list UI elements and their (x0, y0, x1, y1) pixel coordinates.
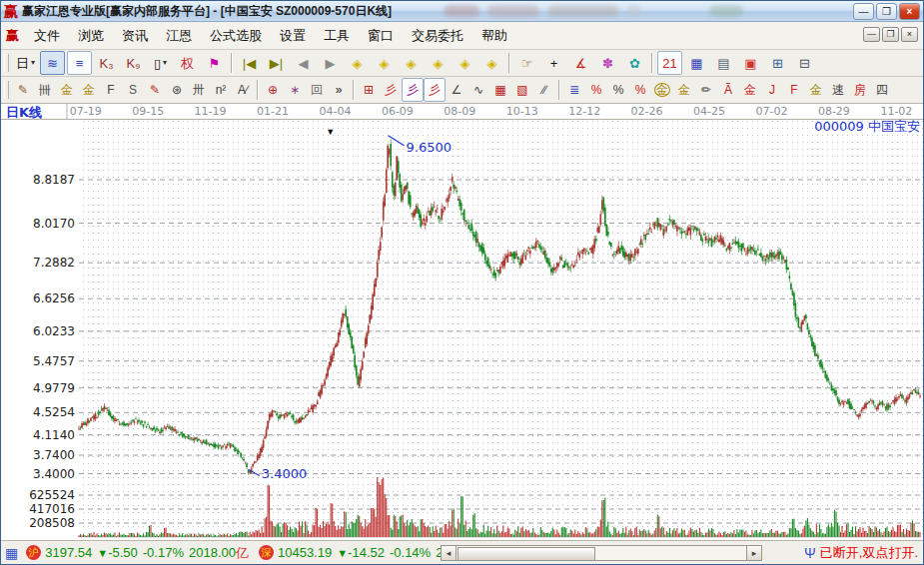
percent-lines-button[interactable]: % (629, 78, 651, 102)
colorful-kline-button[interactable]: ⚑ (202, 51, 227, 75)
n-square-button[interactable]: n² (210, 78, 232, 102)
quote-report-button[interactable]: ≡ (67, 51, 92, 75)
golden-section-v-button[interactable]: 金 (78, 78, 100, 102)
angle-measure-button[interactable]: ∡ (568, 51, 593, 75)
connection-antenna-icon[interactable]: Ψ (804, 545, 816, 561)
toolbar-grip[interactable] (4, 81, 9, 99)
spiral-calendar-button[interactable]: S (122, 78, 144, 102)
menu-item-10[interactable]: 帮助 (472, 22, 516, 49)
zoom-in-horizontal-button[interactable]: ◈ (399, 51, 424, 75)
price-grid-arrow-button[interactable]: ▧ (511, 78, 533, 102)
fibonacci-lines-button[interactable]: F (100, 78, 122, 102)
window-minimize-button[interactable]: — (853, 3, 874, 20)
toolbar-grip[interactable] (4, 54, 9, 72)
zoom-out-horizontal-button[interactable]: ◈ (426, 51, 451, 75)
sz-market-badge[interactable]: 深 (259, 545, 274, 560)
fan-in-square-button[interactable]: 彡 (424, 78, 446, 102)
print-button[interactable]: ⊟ (792, 51, 817, 75)
j-angle-button[interactable]: J (761, 78, 783, 102)
parallel-lines-button[interactable]: ∕∕ (533, 78, 555, 102)
gann-flower-button[interactable]: ✽ (595, 51, 620, 75)
window-close-button[interactable]: × (899, 3, 920, 20)
golden-red-button[interactable]: 金 (739, 78, 761, 102)
kline-9-button[interactable]: K₉ (121, 51, 146, 75)
speed-line-button[interactable]: 速 (827, 78, 849, 102)
fan-in-box-button[interactable]: 彡 (402, 78, 424, 102)
zigzag-wave-button[interactable]: ∿ (467, 78, 489, 102)
realtime-chart-button[interactable]: ≋ (40, 51, 65, 75)
golden-section-h-button[interactable]: 金 (56, 78, 78, 102)
menu-item-6[interactable]: 设置 (271, 22, 315, 49)
calendar-button[interactable]: 21 (657, 51, 682, 75)
angle-ruler-button[interactable]: A∕ (232, 78, 254, 102)
save-screen-button[interactable]: ▣ (738, 51, 763, 75)
gann-fan-button[interactable]: 彡 (380, 78, 402, 102)
gann-hexagon-button[interactable]: ∗ (284, 78, 306, 102)
shift-left-button[interactable]: ◈ (345, 51, 370, 75)
percent-tool-button[interactable]: % (607, 78, 629, 102)
dropdown-arrow-icon[interactable]: ▾ (31, 59, 35, 67)
titlebar[interactable]: 赢 赢家江恩专业版[赢家内部服务平台] - [中国宝安 SZ000009-570… (1, 1, 923, 22)
menu-item-3[interactable]: 资讯 (113, 22, 157, 49)
calculator-button[interactable]: ▦ (684, 51, 709, 75)
first-page-button[interactable]: |◀ (237, 51, 262, 75)
price-grid-button[interactable]: ▦ (489, 78, 511, 102)
time-ruler-button[interactable]: 卌 (34, 78, 56, 102)
f-angle-button[interactable]: F (783, 78, 805, 102)
candle-style-button[interactable]: ▯▾ (148, 51, 173, 75)
notepad-button[interactable]: ▤ (711, 51, 736, 75)
draw-pencil-red-button[interactable]: ✎ (144, 78, 166, 102)
expand-vertical-button[interactable]: ◈ (479, 51, 504, 75)
prev-period-button[interactable]: ◀ (291, 51, 316, 75)
crosshair-button[interactable]: + (541, 51, 566, 75)
data-table-icon[interactable]: ▦ (5, 545, 18, 561)
scroll-right-button[interactable]: ▸ (746, 545, 762, 561)
dropdown-arrow-icon[interactable]: ▾ (163, 59, 167, 67)
connection-status-text[interactable]: 已断开,双点打开. (820, 544, 918, 562)
drag-hand-button[interactable]: ☞ (514, 51, 539, 75)
sh-market-badge[interactable]: 沪 (26, 545, 41, 560)
time-ticks-button[interactable]: 卅 (188, 78, 210, 102)
golden-angle-button[interactable]: 金 (805, 78, 827, 102)
kline-chart[interactable]: 日K线07-1909-1511-1901-2104-0406-0908-0910… (1, 104, 923, 540)
menu-item-5[interactable]: 公式选股 (201, 22, 271, 49)
price-ladder-button[interactable]: ≣ (563, 78, 585, 102)
mdi-restore-button[interactable]: ❐ (882, 27, 899, 42)
chart-scrollbar[interactable]: ◂ ▸ (441, 544, 762, 561)
period-day-button[interactable]: 日▾ (13, 51, 38, 75)
percent-retrace-button[interactable]: % (585, 78, 607, 102)
mdi-close-button[interactable]: × (901, 27, 918, 42)
next-period-button[interactable]: ▶ (318, 51, 343, 75)
scrollbar-thumb[interactable] (458, 547, 595, 561)
draw-pencil-button[interactable]: ✎ (12, 78, 34, 102)
restore-rights-button[interactable]: 权 (175, 51, 200, 75)
scrollbar-track[interactable] (457, 545, 746, 561)
kline-3-button[interactable]: K₃ (94, 51, 119, 75)
gann-box-button[interactable]: ⊞ (358, 78, 380, 102)
menu-item-1[interactable]: 文件 (25, 22, 69, 49)
window-maximize-button[interactable]: ❐ (876, 3, 897, 20)
harmonic-pattern-button[interactable]: ✿ (622, 51, 647, 75)
mdi-minimize-button[interactable]: — (863, 27, 880, 42)
compress-vertical-button[interactable]: ◈ (453, 51, 477, 75)
scroll-left-button[interactable]: ◂ (441, 545, 457, 561)
gann-square-spiral-button[interactable]: 回 (306, 78, 328, 102)
menu-item-2[interactable]: 浏览 (69, 22, 113, 49)
angle-lines-button[interactable]: ∠ (446, 78, 467, 102)
gann-room-button[interactable]: 房 (849, 78, 871, 102)
four-split-button[interactable]: 四 (871, 78, 893, 102)
cycle-circle-button[interactable]: ⊛ (166, 78, 188, 102)
menu-item-8[interactable]: 窗口 (359, 22, 403, 49)
wave-tool-button[interactable]: Ã (717, 78, 739, 102)
menu-item-9[interactable]: 交易委托 (403, 22, 472, 49)
menu-item-7[interactable]: 工具 (315, 22, 359, 49)
golden-circle-button[interactable]: 金 (651, 78, 673, 102)
menu-item-4[interactable]: 江恩 (157, 22, 201, 49)
last-page-button[interactable]: ▶| (264, 51, 289, 75)
golden-lines-button[interactable]: 金 (673, 78, 695, 102)
gann-circle-button[interactable]: ⊕ (262, 78, 284, 102)
candle-edit-button[interactable]: ✏ (695, 78, 717, 102)
more-tools-button[interactable]: » (328, 78, 350, 102)
export-data-button[interactable]: ⊞ (765, 51, 790, 75)
shift-right-button[interactable]: ◈ (372, 51, 397, 75)
